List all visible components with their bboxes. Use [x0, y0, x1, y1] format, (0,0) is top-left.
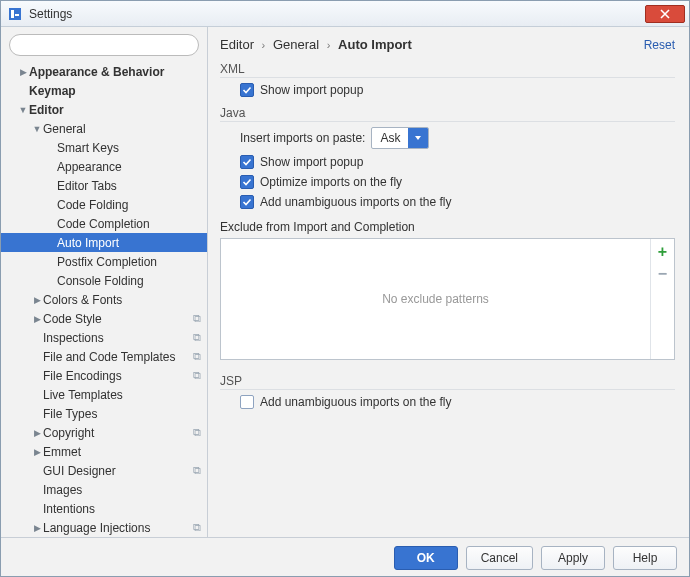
close-button[interactable] — [645, 5, 685, 23]
profile-icon: ⧉ — [193, 331, 201, 344]
tree-item-code-style[interactable]: ▶Code Style⧉ — [1, 309, 207, 328]
tree-item-keymap[interactable]: Keymap — [1, 81, 207, 100]
tree-item-postfix-completion[interactable]: Postfix Completion — [1, 252, 207, 271]
chevron-down-icon: ▼ — [31, 124, 43, 134]
tree-item-copyright[interactable]: ▶Copyright⧉ — [1, 423, 207, 442]
tree-item-file-and-code-templates[interactable]: File and Code Templates⧉ — [1, 347, 207, 366]
chevron-right-icon: ▶ — [17, 67, 29, 77]
tree-item-label: Console Folding — [57, 274, 201, 288]
java-optimize-checkbox[interactable] — [240, 175, 254, 189]
tree-item-appearance[interactable]: Appearance — [1, 157, 207, 176]
profile-icon: ⧉ — [193, 369, 201, 382]
tree-item-label: Images — [43, 483, 201, 497]
tree-item-label: Emmet — [43, 445, 201, 459]
profile-icon: ⧉ — [193, 464, 201, 477]
tree-item-label: Editor Tabs — [57, 179, 201, 193]
tree-item-colors-fonts[interactable]: ▶Colors & Fonts — [1, 290, 207, 309]
tree-item-label: Appearance — [57, 160, 201, 174]
chevron-right-icon: ▶ — [31, 314, 43, 324]
tree-item-label: Live Templates — [43, 388, 201, 402]
settings-tree[interactable]: ▶Appearance & BehaviorKeymap▼Editor▼Gene… — [1, 62, 207, 537]
tree-item-label: File and Code Templates — [43, 350, 189, 364]
tree-item-file-types[interactable]: File Types — [1, 404, 207, 423]
tree-item-gui-designer[interactable]: GUI Designer⧉ — [1, 461, 207, 480]
tree-item-emmet[interactable]: ▶Emmet — [1, 442, 207, 461]
tree-item-label: Code Style — [43, 312, 189, 326]
reset-link[interactable]: Reset — [644, 38, 675, 52]
chevron-down-icon[interactable] — [408, 128, 428, 148]
window-title: Settings — [29, 7, 645, 21]
chevron-right-icon: ▶ — [31, 447, 43, 457]
tree-item-label: Code Folding — [57, 198, 201, 212]
profile-icon: ⧉ — [193, 426, 201, 439]
jsp-unambiguous-label: Add unambiguous imports on the fly — [260, 395, 451, 409]
tree-item-label: Appearance & Behavior — [29, 65, 201, 79]
java-unambiguous-checkbox[interactable] — [240, 195, 254, 209]
crumb-auto-import: Auto Import — [338, 37, 412, 52]
crumb-editor: Editor — [220, 37, 254, 52]
svg-rect-1 — [11, 10, 14, 18]
titlebar: Settings — [1, 1, 689, 27]
apply-button[interactable]: Apply — [541, 546, 605, 570]
tree-item-images[interactable]: Images — [1, 480, 207, 499]
tree-item-label: Auto Import — [57, 236, 201, 250]
main-panel: Editor › General › Auto Import Reset XML… — [208, 27, 689, 537]
tree-item-label: Postfix Completion — [57, 255, 201, 269]
dialog-footer: OK Cancel Apply Help — [1, 537, 689, 577]
tree-item-intentions[interactable]: Intentions — [1, 499, 207, 518]
tree-item-label: GUI Designer — [43, 464, 189, 478]
tree-item-label: Code Completion — [57, 217, 201, 231]
tree-item-label: Editor — [29, 103, 201, 117]
chevron-right-icon: › — [327, 39, 331, 51]
exclude-title: Exclude from Import and Completion — [220, 220, 675, 234]
section-jsp-title: JSP — [220, 374, 675, 390]
chevron-right-icon: › — [262, 39, 266, 51]
tree-item-editor[interactable]: ▼Editor — [1, 100, 207, 119]
tree-item-label: Copyright — [43, 426, 189, 440]
crumb-general: General — [273, 37, 319, 52]
java-unambiguous-label: Add unambiguous imports on the fly — [260, 195, 451, 209]
profile-icon: ⧉ — [193, 350, 201, 363]
tree-item-language-injections[interactable]: ▶Language Injections⧉ — [1, 518, 207, 537]
section-java-title: Java — [220, 106, 675, 122]
insert-imports-value: Ask — [372, 128, 408, 148]
profile-icon: ⧉ — [193, 312, 201, 325]
java-show-popup-checkbox[interactable] — [240, 155, 254, 169]
tree-item-appearance-behavior[interactable]: ▶Appearance & Behavior — [1, 62, 207, 81]
xml-show-popup-checkbox[interactable] — [240, 83, 254, 97]
remove-pattern-button[interactable]: − — [654, 265, 672, 283]
tree-item-inspections[interactable]: Inspections⧉ — [1, 328, 207, 347]
help-button[interactable]: Help — [613, 546, 677, 570]
chevron-right-icon: ▶ — [31, 523, 43, 533]
tree-item-general[interactable]: ▼General — [1, 119, 207, 138]
tree-item-label: Smart Keys — [57, 141, 201, 155]
add-pattern-button[interactable]: + — [654, 243, 672, 261]
insert-imports-select[interactable]: Ask — [371, 127, 429, 149]
tree-item-label: Language Injections — [43, 521, 189, 535]
breadcrumb: Editor › General › Auto Import — [220, 37, 644, 52]
chevron-right-icon: ▶ — [31, 295, 43, 305]
insert-imports-label: Insert imports on paste: — [240, 131, 365, 145]
java-show-popup-label: Show import popup — [260, 155, 363, 169]
profile-icon: ⧉ — [193, 521, 201, 534]
tree-item-label: File Types — [43, 407, 201, 421]
tree-item-file-encodings[interactable]: File Encodings⧉ — [1, 366, 207, 385]
tree-item-code-completion[interactable]: Code Completion — [1, 214, 207, 233]
tree-item-auto-import[interactable]: Auto Import — [1, 233, 207, 252]
jsp-unambiguous-checkbox[interactable] — [240, 395, 254, 409]
search-input[interactable] — [9, 34, 199, 56]
ok-button[interactable]: OK — [394, 546, 458, 570]
chevron-down-icon: ▼ — [17, 105, 29, 115]
cancel-button[interactable]: Cancel — [466, 546, 533, 570]
tree-item-editor-tabs[interactable]: Editor Tabs — [1, 176, 207, 195]
tree-item-live-templates[interactable]: Live Templates — [1, 385, 207, 404]
section-xml-title: XML — [220, 62, 675, 78]
tree-item-label: Keymap — [29, 84, 201, 98]
sidebar: ▶Appearance & BehaviorKeymap▼Editor▼Gene… — [1, 27, 208, 537]
svg-rect-2 — [15, 14, 19, 16]
tree-item-console-folding[interactable]: Console Folding — [1, 271, 207, 290]
chevron-right-icon: ▶ — [31, 428, 43, 438]
tree-item-smart-keys[interactable]: Smart Keys — [1, 138, 207, 157]
exclude-list-box: No exclude patterns + − — [220, 238, 675, 360]
tree-item-code-folding[interactable]: Code Folding — [1, 195, 207, 214]
